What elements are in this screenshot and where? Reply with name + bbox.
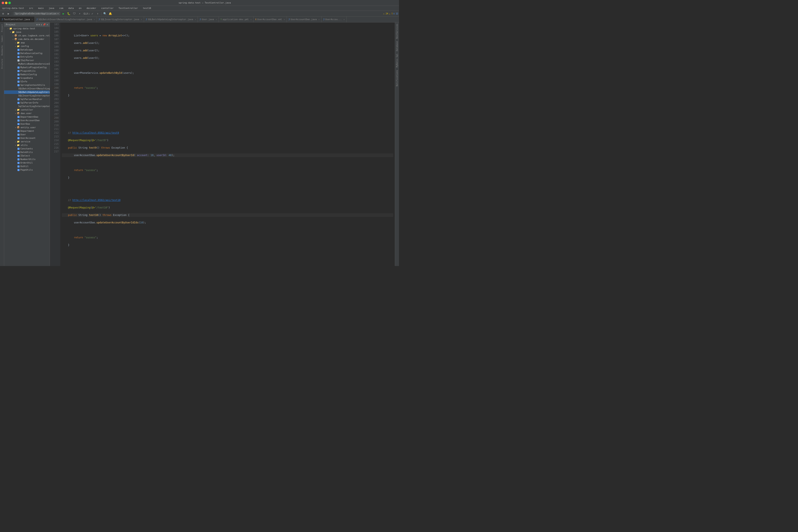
push-btn[interactable]: ↑ <box>95 12 100 16</box>
right-tab-rest-services[interactable]: RestServices <box>396 22 399 40</box>
sidebar-item-useraccountdao[interactable]: UserAccountDao <box>4 119 50 122</box>
tab-close[interactable]: ✕ <box>216 18 217 21</box>
sidebar-item-constants[interactable]: Constants <box>4 147 50 150</box>
menu-testcontroller[interactable]: TestController <box>117 6 139 10</box>
panel-tab-structure[interactable]: Structure <box>1 57 3 71</box>
sidebar-item-isqlparser[interactable]: ISqlParser <box>4 59 50 62</box>
sidebar-item-root[interactable]: ▾ 📁 spring-data-test <box>4 27 50 30</box>
sidebar-item-springcontextutils[interactable]: SpringContextUtils <box>4 83 50 87</box>
sidebar-item-rabbitconfig[interactable]: RabbitConfig <box>4 73 50 76</box>
menu-test10[interactable]: test10 <box>141 6 152 10</box>
menu-java[interactable]: java <box>48 6 56 10</box>
menu-src[interactable]: src <box>28 6 35 10</box>
sidebar-item-contoller[interactable]: ▸ 📁 contoller <box>4 108 50 112</box>
tab-app-yaml[interactable]: Y application-dev.yml ✕ <box>219 17 253 22</box>
sidebar-item-decoder[interactable]: ▾ 📦 com.data.en.decoder <box>4 37 50 41</box>
sidebar-item-orderutil[interactable]: OrderUtil <box>4 161 50 165</box>
search-btn[interactable]: 🔍 <box>103 12 107 16</box>
sidebar-item-service[interactable]: ▸ 📁 service <box>4 140 50 144</box>
menu-com[interactable]: com <box>58 6 64 10</box>
sidebar-item-department[interactable]: Department <box>4 129 50 133</box>
right-tab-notifications[interactable]: Notifications <box>396 69 399 88</box>
sidebar-item-aop[interactable]: ▸ 📁 aop <box>4 41 50 44</box>
panel-tab-bookmarks[interactable]: Bookmarks <box>1 44 3 57</box>
sidebar-collapse-btn[interactable]: ↕ <box>41 23 42 26</box>
sidebar-item-osutil[interactable]: OsUtil <box>4 165 50 168</box>
commit-btn[interactable]: ✓ <box>90 12 95 16</box>
menu-project[interactable]: spring-data-test <box>1 6 25 10</box>
sidebar-item-java[interactable]: ▾ 📁 java <box>4 30 50 34</box>
maximize-button[interactable] <box>8 2 11 4</box>
profile-btn[interactable]: ⚡ <box>77 12 82 16</box>
run-config[interactable]: SpringDataEnDecoderApplication ▾ <box>14 12 60 15</box>
sidebar-close-btn[interactable]: ✕ <box>46 23 48 26</box>
sidebar-item-dateutils[interactable]: DateUtils <box>4 150 50 154</box>
sidebar-item-entity-user[interactable]: ▾ 📦 entity.user <box>4 126 50 129</box>
debug-btn-action[interactable]: 🐛 <box>66 12 71 16</box>
tab-close[interactable]: ✕ <box>195 18 196 21</box>
tab-close[interactable]: ✕ <box>284 18 285 21</box>
right-tab-database[interactable]: Database <box>396 40 399 52</box>
tab-close[interactable]: ✕ <box>343 18 345 21</box>
menu-data[interactable]: data <box>67 6 75 10</box>
sidebar-item-dao-user[interactable]: ▾ 📦 dao.user <box>4 112 50 115</box>
sidebar-item-sqlbatch-insert[interactable]: SQLBatchInsertResultLogInterceptor <box>4 87 50 90</box>
menu-contoller[interactable]: contoller <box>100 6 115 10</box>
sidebar-item-userdao[interactable]: UserDao <box>4 122 50 126</box>
tab-user[interactable]: J User.java ✕ <box>198 17 219 22</box>
minimize-button[interactable] <box>5 2 7 4</box>
tab-close[interactable]: ✕ <box>250 18 252 21</box>
sidebar-item-mybatis-baomidou[interactable]: MyBatisBaomidouServiceImpl <box>4 62 50 66</box>
menu-main[interactable]: main <box>37 6 45 10</box>
sidebar-item-sqlparserinfo[interactable]: SqlParserInfo <box>4 101 50 104</box>
editor-main[interactable]: 183 184 185 186 187 188 189 190 191 192 … <box>50 22 395 266</box>
sidebar-item-entryinfo[interactable]: EntryInfo <box>4 55 50 59</box>
sidebar-item-config[interactable]: ▾ 📁 config <box>4 44 50 48</box>
close-button[interactable] <box>2 2 4 4</box>
sidebar-item-departmentdao[interactable]: DepartmentDao <box>4 115 50 119</box>
menu-en[interactable]: en <box>77 6 83 10</box>
sidebar-item-datasourceconfig[interactable]: DataSourceConfig <box>4 52 50 55</box>
settings-btn[interactable]: ⚙ <box>1 12 5 16</box>
notifications-btn[interactable]: 🔔 <box>108 12 113 16</box>
tab-close[interactable]: ✕ <box>32 18 33 21</box>
sidebar-item-utils[interactable]: ▾ 📁 utils <box>4 144 50 147</box>
sidebar-item-sqlselectlog[interactable]: SqlSelectLogInterceptor <box>4 104 50 108</box>
panel-tab-commit[interactable]: Commit <box>1 34 3 44</box>
sidebar-item-mybatispluginconfig[interactable]: MybatisPluginConfig <box>4 66 50 69</box>
sidebar-item-datascope[interactable]: DataScope <box>4 48 50 52</box>
tab-useraccount[interactable]: J UserAccou... ✕ <box>322 17 347 22</box>
tab-sqlbatch-insert[interactable]: J SQLBatchInsertResultLogInterceptor.jav… <box>35 17 97 22</box>
sidebar-item-logback[interactable]: ▸ 📦 ch.qos.logback.core.rolling <box>4 34 50 37</box>
tab-close[interactable]: ✕ <box>141 18 142 21</box>
sidebar-item-pageutils[interactable]: PageUtils <box>4 168 50 172</box>
sidebar-pin-btn[interactable]: 📌 <box>43 23 46 26</box>
sidebar-item-scopedata[interactable]: ScopeData <box>4 76 50 80</box>
tab-useraccountdao-java[interactable]: J UserAccountDao.java ✕ <box>287 17 322 22</box>
sidebar-item-numberutils[interactable]: NumberUtils <box>4 157 50 161</box>
vcs-btn[interactable]: Git: <box>84 12 89 16</box>
tab-sqlinsert[interactable]: J SQLInsertLogInterceptor.java ✕ <box>97 17 144 22</box>
right-tab-mybatis-sql[interactable]: MyBatis Sql <box>396 52 399 69</box>
sidebar-item-user[interactable]: User <box>4 133 50 136</box>
sidebar-item-useraccount[interactable]: UserAccount <box>4 136 50 140</box>
sidebar-gear-btn[interactable]: ≡ <box>38 23 40 26</box>
tab-testcontroller[interactable]: J TestController.java ✕ <box>0 17 35 22</box>
panel-tab-project[interactable]: Project <box>1 22 3 34</box>
menu-decoder[interactable]: decoder <box>85 6 97 10</box>
tab-useraccountdao-xml[interactable]: X UserAccountDao.xml ✕ <box>253 17 287 22</box>
coverage-btn[interactable]: 🛡 <box>72 12 76 16</box>
sidebar-item-sqlparserhandler[interactable]: SqlParserHandler <box>4 97 50 101</box>
tab-sqlbatch-update[interactable]: J SQLBatchUpdateLogInterceptor.java ✕ <box>144 17 198 22</box>
sidebar-item-sqlinsert[interactable]: SQLInsertLogInterceptor <box>4 94 50 97</box>
sidebar-item-sqlbatch-update[interactable]: SQLBatchUpdateLogInterceptor <box>4 90 50 94</box>
run-green-btn[interactable]: ▶ <box>61 12 66 16</box>
sidebar-item-iselect[interactable]: ISelect <box>4 154 50 157</box>
sidebar-sort-btn[interactable]: ⚙ <box>36 23 38 26</box>
run-btn[interactable]: ▶ <box>6 12 11 16</box>
code-content[interactable]: List<User> users = new ArrayList<>(); us… <box>60 22 395 266</box>
sidebar-item-pluginutils[interactable]: PluginUtils <box>4 69 50 73</box>
tab-close[interactable]: ✕ <box>94 18 95 21</box>
sidebar-item-sinfo[interactable]: SInfo <box>4 80 50 83</box>
tab-close[interactable]: ✕ <box>318 18 320 21</box>
